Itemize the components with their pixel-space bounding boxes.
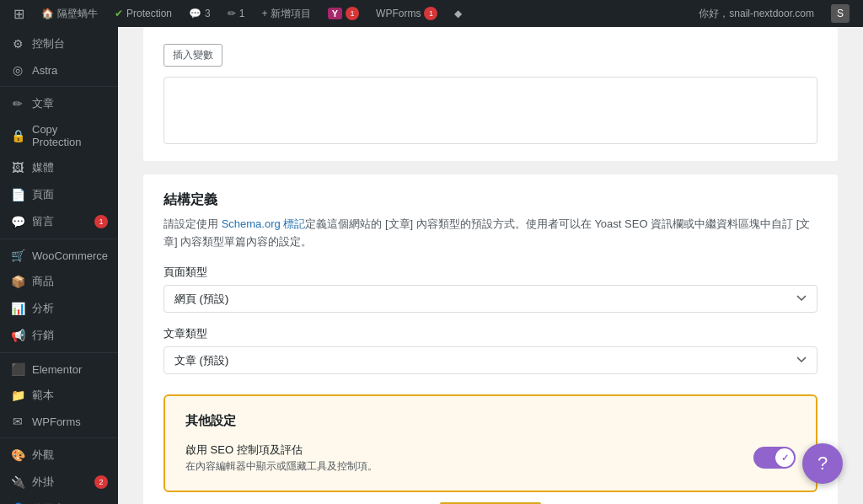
drafts-item[interactable]: ✏ 1 bbox=[221, 0, 252, 27]
posts-icon: ✏ bbox=[10, 97, 25, 110]
sidebar-label-elementor: Elementor bbox=[32, 363, 108, 376]
template-textarea[interactable] bbox=[163, 77, 817, 144]
appearance-icon: 🎨 bbox=[10, 448, 25, 462]
protection-label: Protection bbox=[126, 8, 172, 19]
comments-icon: 💬 bbox=[189, 8, 201, 19]
samples-icon: 📁 bbox=[10, 389, 25, 402]
avatar-icon: S bbox=[831, 4, 850, 23]
sidebar-label-appearance: 外觀 bbox=[32, 448, 108, 463]
seo-toggle-label: 啟用 SEO 控制項及評估 bbox=[185, 442, 378, 458]
other-settings-title: 其他設定 bbox=[185, 413, 796, 429]
sidebar-item-comments[interactable]: 💬 留言 1 bbox=[0, 208, 118, 235]
sidebar-item-marketing[interactable]: 📢 行銷 bbox=[0, 322, 118, 349]
seo-toggle-thumb: ✓ bbox=[775, 448, 794, 467]
wpforms-label: WPForms bbox=[376, 8, 421, 19]
analytics-icon: 📊 bbox=[10, 302, 25, 315]
insert-var-button[interactable]: 插入變數 bbox=[163, 44, 222, 67]
article-type-label: 文章類型 bbox=[163, 326, 817, 341]
products-icon: 📦 bbox=[10, 275, 25, 288]
extra-icon-item[interactable]: ◆ bbox=[448, 0, 469, 27]
wp-logo-item[interactable]: ⊞ bbox=[7, 0, 31, 27]
sidebar-item-samples[interactable]: 📁 範本 bbox=[0, 382, 118, 409]
page-type-label: 頁面類型 bbox=[163, 265, 817, 280]
sidebar-label-dashboard: 控制台 bbox=[32, 36, 108, 51]
seo-toggle-track[interactable]: ✓ bbox=[753, 447, 796, 469]
other-settings-box: 其他設定 啟用 SEO 控制項及評估 在內容編輯器中顯示或隱藏工具及控制項。 ✓ bbox=[163, 394, 817, 492]
sidebar-item-appearance[interactable]: 🎨 外觀 bbox=[0, 442, 118, 469]
sidebar-item-woocommerce[interactable]: 🛒 WooCommerce bbox=[0, 243, 118, 268]
user-greeting-item[interactable]: 你好，snail-nextdoor.com bbox=[692, 0, 821, 27]
sidebar-label-analytics: 分析 bbox=[32, 301, 108, 316]
sidebar-item-astra[interactable]: ◎ Astra bbox=[0, 57, 118, 83]
home-icon: 🏠 bbox=[41, 8, 54, 19]
sidebar-label-wpforms: WPForms bbox=[32, 416, 108, 428]
article-type-select[interactable]: 文章 (預設) bbox=[163, 346, 817, 374]
elementor-icon: ⬛ bbox=[10, 362, 25, 376]
structured-data-card: 結構定義 請設定使用 Schema.org 標記定義這個網站的 [文章] 內容類… bbox=[143, 174, 838, 504]
sidebar-sep-1 bbox=[0, 86, 118, 87]
yoast-badge: 1 bbox=[346, 7, 359, 20]
schema-link[interactable]: Schema.org 標記 bbox=[222, 217, 306, 230]
top-bar: ⊞ 🏠 隔壁蝸牛 ✔ Protection 💬 3 ✏ 1 + 新增項目 Y 1… bbox=[0, 0, 863, 27]
page-type-select[interactable]: 網頁 (預設) bbox=[163, 285, 817, 313]
wpforms-nav-icon: ✉ bbox=[10, 415, 25, 428]
plugins-icon: 🔌 bbox=[10, 475, 25, 489]
sidebar-item-users[interactable]: 👤 使用者 bbox=[0, 496, 118, 504]
sidebar-sep-4 bbox=[0, 437, 118, 438]
sidebar-label-plugins: 外掛 bbox=[32, 475, 88, 490]
comments-nav-icon: 💬 bbox=[10, 215, 25, 228]
seo-toggle-label-group: 啟用 SEO 控制項及評估 在內容編輯器中顯示或隱藏工具及控制項。 bbox=[185, 442, 378, 474]
media-icon: 🖼 bbox=[10, 161, 25, 174]
comments-item[interactable]: 💬 3 bbox=[182, 0, 217, 27]
sidebar-label-marketing: 行銷 bbox=[32, 328, 108, 343]
help-button[interactable]: ? bbox=[802, 443, 843, 484]
sidebar-sep-3 bbox=[0, 352, 118, 353]
seo-toggle-switch[interactable]: ✓ bbox=[753, 447, 796, 469]
woo-icon: 🛒 bbox=[10, 249, 25, 262]
protection-item[interactable]: ✔ Protection bbox=[108, 0, 179, 27]
new-item[interactable]: + 新增項目 bbox=[255, 0, 317, 27]
wpforms-item[interactable]: WPForms 1 bbox=[369, 0, 444, 27]
sidebar-item-media[interactable]: 🖼 媒體 bbox=[0, 154, 118, 181]
sidebar-label-copy-protection: Copy Protection bbox=[32, 123, 108, 148]
sidebar-item-dashboard[interactable]: ⚙ 控制台 bbox=[0, 30, 118, 57]
comments-count: 3 bbox=[205, 8, 211, 19]
layout: ⚙ 控制台 ◎ Astra ✏ 文章 🔒 Copy Protection 🖼 媒… bbox=[0, 27, 863, 504]
protection-icon: ✔ bbox=[115, 8, 123, 19]
comments-nav-badge: 1 bbox=[94, 215, 108, 228]
site-name-item[interactable]: 🏠 隔壁蝸牛 bbox=[35, 0, 105, 27]
sidebar-label-astra: Astra bbox=[32, 64, 108, 77]
sidebar-item-plugins[interactable]: 🔌 外掛 2 bbox=[0, 469, 118, 496]
top-bar-right: 你好，snail-nextdoor.com S bbox=[692, 0, 856, 27]
sidebar-item-posts[interactable]: ✏ 文章 bbox=[0, 90, 118, 117]
sidebar-item-copy-protection[interactable]: 🔒 Copy Protection bbox=[0, 117, 118, 154]
new-item-label: + 新增項目 bbox=[261, 7, 310, 21]
sidebar-item-products[interactable]: 📦 商品 bbox=[0, 268, 118, 295]
sidebar-label-posts: 文章 bbox=[32, 96, 108, 111]
sidebar-label-pages: 頁面 bbox=[32, 187, 108, 202]
sidebar-label-comments: 留言 bbox=[32, 214, 88, 229]
wp-logo-icon: ⊞ bbox=[13, 6, 24, 22]
astra-icon: ◎ bbox=[10, 63, 25, 77]
main-content: 插入變數 結構定義 請設定使用 Schema.org 標記定義這個網站的 [文章… bbox=[118, 27, 863, 504]
diamond-icon: ◆ bbox=[454, 8, 462, 19]
sidebar-item-wpforms[interactable]: ✉ WPForms bbox=[0, 409, 118, 434]
sidebar-label-woo: WooCommerce bbox=[32, 249, 108, 262]
yoast-item[interactable]: Y 1 bbox=[321, 0, 366, 27]
dashboard-icon: ⚙ bbox=[10, 37, 25, 51]
sidebar-item-analytics[interactable]: 📊 分析 bbox=[0, 295, 118, 322]
sidebar-label-media: 媒體 bbox=[32, 160, 108, 175]
seo-toggle-desc: 在內容編輯器中顯示或隱藏工具及控制項。 bbox=[185, 459, 378, 474]
sidebar-item-pages[interactable]: 📄 頁面 bbox=[0, 181, 118, 208]
structured-data-title: 結構定義 bbox=[163, 191, 817, 209]
copy-protection-icon: 🔒 bbox=[10, 129, 25, 142]
pages-icon: 📄 bbox=[10, 188, 25, 201]
sidebar-label-products: 商品 bbox=[32, 274, 108, 289]
site-name: 隔壁蝸牛 bbox=[57, 7, 98, 21]
structured-data-desc: 請設定使用 Schema.org 標記定義這個網站的 [文章] 內容類型的預設方… bbox=[163, 216, 817, 251]
marketing-icon: 📢 bbox=[10, 329, 25, 342]
sidebar: ⚙ 控制台 ◎ Astra ✏ 文章 🔒 Copy Protection 🖼 媒… bbox=[0, 27, 118, 504]
sidebar-item-elementor[interactable]: ⬛ Elementor bbox=[0, 357, 118, 382]
sidebar-label-samples: 範本 bbox=[32, 388, 108, 403]
user-avatar-item[interactable]: S bbox=[824, 0, 856, 27]
